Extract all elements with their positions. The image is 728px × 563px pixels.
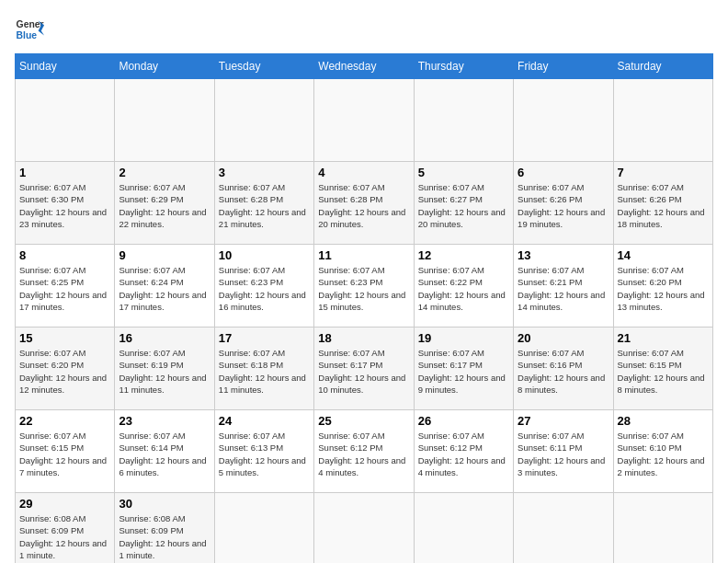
day-info: Sunrise: 6:07 AMSunset: 6:12 PMDaylight:… xyxy=(318,430,409,478)
day-number: 10 xyxy=(219,248,310,262)
day-info: Sunrise: 6:08 AMSunset: 6:09 PMDaylight:… xyxy=(119,512,210,561)
day-number: 1 xyxy=(19,166,110,179)
logo-icon: General Blue xyxy=(15,15,44,44)
day-info: Sunrise: 6:07 AMSunset: 6:17 PMDaylight:… xyxy=(418,347,509,396)
calendar-cell xyxy=(214,493,313,564)
day-number: 24 xyxy=(219,414,310,428)
day-info: Sunrise: 6:07 AMSunset: 6:20 PMDaylight:… xyxy=(618,264,709,313)
calendar-cell: 11Sunrise: 6:07 AMSunset: 6:23 PMDayligh… xyxy=(314,245,414,327)
calendar-cell: 26Sunrise: 6:07 AMSunset: 6:12 PMDayligh… xyxy=(414,410,513,493)
day-number: 30 xyxy=(119,497,210,511)
calendar-cell xyxy=(414,79,513,162)
day-number: 11 xyxy=(318,248,409,262)
day-number: 28 xyxy=(618,414,709,428)
day-number: 9 xyxy=(119,248,210,262)
logo: General Blue xyxy=(15,15,44,44)
day-number: 22 xyxy=(19,414,110,428)
calendar-cell: 5Sunrise: 6:07 AMSunset: 6:27 PMDaylight… xyxy=(414,162,513,245)
calendar-cell xyxy=(214,79,313,162)
calendar-cell: 8Sunrise: 6:07 AMSunset: 6:25 PMDaylight… xyxy=(16,245,115,327)
calendar-cell: 27Sunrise: 6:07 AMSunset: 6:11 PMDayligh… xyxy=(514,410,613,493)
calendar-cell: 15Sunrise: 6:07 AMSunset: 6:20 PMDayligh… xyxy=(16,327,115,410)
day-info: Sunrise: 6:07 AMSunset: 6:20 PMDaylight:… xyxy=(19,347,110,396)
calendar-cell: 6Sunrise: 6:07 AMSunset: 6:26 PMDaylight… xyxy=(514,162,613,245)
calendar-cell: 13Sunrise: 6:07 AMSunset: 6:21 PMDayligh… xyxy=(514,245,613,327)
day-number: 7 xyxy=(618,166,709,179)
day-info: Sunrise: 6:07 AMSunset: 6:12 PMDaylight:… xyxy=(418,430,509,478)
weekday-header-friday: Friday xyxy=(514,54,613,79)
calendar-week-2: 1Sunrise: 6:07 AMSunset: 6:30 PMDaylight… xyxy=(16,162,713,245)
calendar-week-5: 22Sunrise: 6:07 AMSunset: 6:15 PMDayligh… xyxy=(16,410,713,493)
calendar-cell xyxy=(16,79,115,162)
day-number: 16 xyxy=(119,331,210,345)
day-number: 12 xyxy=(418,248,509,262)
day-info: Sunrise: 6:07 AMSunset: 6:14 PMDaylight:… xyxy=(119,430,210,478)
calendar-week-4: 15Sunrise: 6:07 AMSunset: 6:20 PMDayligh… xyxy=(16,327,713,410)
day-info: Sunrise: 6:07 AMSunset: 6:16 PMDaylight:… xyxy=(518,347,609,396)
calendar-cell: 9Sunrise: 6:07 AMSunset: 6:24 PMDaylight… xyxy=(115,245,214,327)
day-number: 4 xyxy=(318,166,409,179)
day-info: Sunrise: 6:07 AMSunset: 6:29 PMDaylight:… xyxy=(119,181,210,230)
weekday-header-thursday: Thursday xyxy=(414,54,513,79)
calendar-cell: 22Sunrise: 6:07 AMSunset: 6:15 PMDayligh… xyxy=(16,410,115,493)
calendar-cell: 23Sunrise: 6:07 AMSunset: 6:14 PMDayligh… xyxy=(115,410,214,493)
day-info: Sunrise: 6:07 AMSunset: 6:27 PMDaylight:… xyxy=(418,181,509,230)
header: General Blue xyxy=(15,15,713,44)
day-number: 8 xyxy=(19,248,110,262)
day-info: Sunrise: 6:07 AMSunset: 6:23 PMDaylight:… xyxy=(219,264,310,313)
calendar-cell: 7Sunrise: 6:07 AMSunset: 6:26 PMDaylight… xyxy=(613,162,712,245)
day-number: 27 xyxy=(518,414,609,428)
calendar-cell: 12Sunrise: 6:07 AMSunset: 6:22 PMDayligh… xyxy=(414,245,513,327)
calendar-cell: 20Sunrise: 6:07 AMSunset: 6:16 PMDayligh… xyxy=(514,327,613,410)
day-number: 23 xyxy=(119,414,210,428)
day-info: Sunrise: 6:07 AMSunset: 6:30 PMDaylight:… xyxy=(19,181,110,230)
day-info: Sunrise: 6:07 AMSunset: 6:15 PMDaylight:… xyxy=(19,430,110,478)
day-info: Sunrise: 6:07 AMSunset: 6:28 PMDaylight:… xyxy=(219,181,310,230)
day-info: Sunrise: 6:07 AMSunset: 6:26 PMDaylight:… xyxy=(618,181,709,230)
weekday-header-sunday: Sunday xyxy=(16,54,115,79)
calendar-cell: 21Sunrise: 6:07 AMSunset: 6:15 PMDayligh… xyxy=(613,327,712,410)
calendar-cell xyxy=(514,79,613,162)
day-number: 29 xyxy=(19,497,110,511)
calendar-cell: 16Sunrise: 6:07 AMSunset: 6:19 PMDayligh… xyxy=(115,327,214,410)
weekday-header-saturday: Saturday xyxy=(613,54,712,79)
calendar-cell: 3Sunrise: 6:07 AMSunset: 6:28 PMDaylight… xyxy=(214,162,313,245)
calendar-cell: 4Sunrise: 6:07 AMSunset: 6:28 PMDaylight… xyxy=(314,162,414,245)
day-number: 20 xyxy=(518,331,609,345)
day-number: 17 xyxy=(219,331,310,345)
day-number: 6 xyxy=(518,166,609,179)
calendar-cell: 25Sunrise: 6:07 AMSunset: 6:12 PMDayligh… xyxy=(314,410,414,493)
calendar-cell xyxy=(314,79,414,162)
calendar-cell xyxy=(613,79,712,162)
calendar-table: SundayMondayTuesdayWednesdayThursdayFrid… xyxy=(15,53,713,563)
day-info: Sunrise: 6:07 AMSunset: 6:10 PMDaylight:… xyxy=(618,430,709,478)
calendar-cell: 1Sunrise: 6:07 AMSunset: 6:30 PMDaylight… xyxy=(16,162,115,245)
day-info: Sunrise: 6:07 AMSunset: 6:22 PMDaylight:… xyxy=(418,264,509,313)
day-number: 5 xyxy=(418,166,509,179)
day-info: Sunrise: 6:07 AMSunset: 6:17 PMDaylight:… xyxy=(318,347,409,396)
calendar-cell xyxy=(414,493,513,564)
calendar-cell: 28Sunrise: 6:07 AMSunset: 6:10 PMDayligh… xyxy=(613,410,712,493)
calendar-cell xyxy=(514,493,613,564)
calendar-cell: 19Sunrise: 6:07 AMSunset: 6:17 PMDayligh… xyxy=(414,327,513,410)
calendar-cell: 24Sunrise: 6:07 AMSunset: 6:13 PMDayligh… xyxy=(214,410,313,493)
day-info: Sunrise: 6:08 AMSunset: 6:09 PMDaylight:… xyxy=(19,512,110,561)
calendar-cell xyxy=(115,79,214,162)
day-info: Sunrise: 6:07 AMSunset: 6:23 PMDaylight:… xyxy=(318,264,409,313)
day-number: 15 xyxy=(19,331,110,345)
day-number: 21 xyxy=(618,331,709,345)
calendar-week-3: 8Sunrise: 6:07 AMSunset: 6:25 PMDaylight… xyxy=(16,245,713,327)
day-number: 3 xyxy=(219,166,310,179)
day-number: 2 xyxy=(119,166,210,179)
weekday-header-wednesday: Wednesday xyxy=(314,54,414,79)
calendar-cell xyxy=(314,493,414,564)
day-number: 13 xyxy=(518,248,609,262)
day-info: Sunrise: 6:07 AMSunset: 6:24 PMDaylight:… xyxy=(119,264,210,313)
day-info: Sunrise: 6:07 AMSunset: 6:18 PMDaylight:… xyxy=(219,347,310,396)
day-number: 26 xyxy=(418,414,509,428)
day-info: Sunrise: 6:07 AMSunset: 6:21 PMDaylight:… xyxy=(518,264,609,313)
calendar-week-6: 29Sunrise: 6:08 AMSunset: 6:09 PMDayligh… xyxy=(16,493,713,564)
calendar-cell: 14Sunrise: 6:07 AMSunset: 6:20 PMDayligh… xyxy=(613,245,712,327)
day-info: Sunrise: 6:07 AMSunset: 6:11 PMDaylight:… xyxy=(518,430,609,478)
calendar-cell xyxy=(613,493,712,564)
